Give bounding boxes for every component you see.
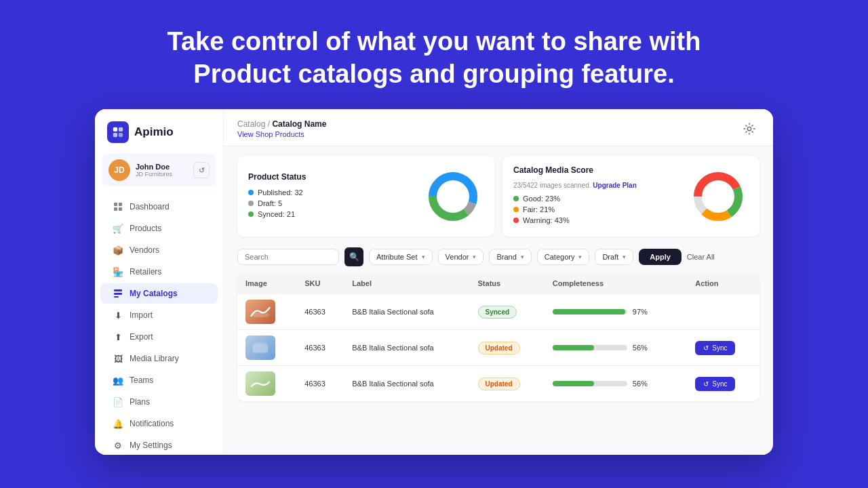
cell-image-2: [237, 330, 296, 366]
svg-point-20: [706, 184, 730, 209]
stat-synced: Synced: 21: [248, 210, 412, 218]
table-row: 46363 B&B Italia Sectional sofa Synced: [237, 294, 760, 330]
view-shop-products-link[interactable]: View Shop Products: [237, 130, 326, 138]
sidebar-item-my-catalogs[interactable]: My Catalogs: [100, 283, 218, 304]
app-window: Apimio JD John Doe JD Furnitures ↺: [95, 109, 773, 455]
attribute-set-dropdown[interactable]: Attribute Set ▾: [369, 249, 433, 265]
cell-sku-3: 46363: [296, 366, 344, 402]
table-header-row: Image SKU Label Status Completeness Acti…: [237, 273, 760, 294]
svg-rect-1: [119, 127, 123, 131]
search-input[interactable]: [245, 253, 332, 261]
chevron-down-icon: ▾: [422, 253, 425, 260]
svg-rect-10: [114, 296, 119, 298]
import-icon: ⬇: [113, 310, 123, 321]
sidebar-item-media-library[interactable]: 🖼 Media Library: [100, 348, 218, 369]
progress-bg-3: [553, 381, 627, 386]
good-dot: [513, 196, 519, 201]
media-score-subtitle: 23/5422 images scanned. Upgrade Plan: [513, 182, 677, 189]
search-box[interactable]: [237, 249, 339, 265]
media-score-title: Catalog Media Score: [513, 165, 677, 175]
retailers-icon: 🏪: [113, 266, 123, 277]
apply-button[interactable]: Apply: [639, 249, 682, 265]
col-sku: SKU: [296, 273, 344, 294]
sidebar-item-products[interactable]: 🛒 Products: [100, 218, 218, 239]
nav-label-media: Media Library: [130, 354, 179, 363]
hero-section: Take control of what you want to share w…: [154, 0, 715, 109]
user-card: JD John Doe JD Furnitures ↺: [102, 154, 216, 186]
chevron-down-icon-2: ▾: [473, 253, 476, 260]
sidebar-item-plans[interactable]: 📄 Plans: [100, 392, 218, 412]
cell-image-3: [237, 366, 296, 402]
table-row: 46363 B&B Italia Sectional sofa Updated: [237, 330, 760, 366]
main-content: Catalog / Catalog Name View Shop Product…: [224, 109, 773, 455]
hero-line1: Take control of what you want to share w…: [167, 27, 701, 56]
sync-button-row2[interactable]: ↺ Sync: [695, 341, 735, 355]
cell-action-1: [687, 294, 760, 330]
product-status-title: Product Status: [248, 172, 412, 182]
brand-dropdown[interactable]: Brand ▾: [489, 249, 531, 265]
avatar: JD: [108, 159, 130, 181]
svg-rect-9: [114, 293, 122, 295]
sidebar-item-settings[interactable]: ⚙ My Settings: [100, 435, 218, 455]
status-badge-updated-3: Updated: [478, 378, 520, 390]
sidebar-item-vendors[interactable]: 📦 Vendors: [100, 240, 218, 260]
category-dropdown[interactable]: Category ▾: [537, 249, 590, 265]
cell-label-1: B&B Italia Sectional sofa: [344, 294, 469, 330]
cell-completeness-1: 97%: [545, 294, 687, 330]
products-icon: 🛒: [113, 223, 123, 234]
gear-button[interactable]: [739, 119, 760, 139]
nav-label-import: Import: [130, 310, 153, 320]
col-label: Label: [344, 273, 469, 294]
media-score-card: Catalog Media Score 23/5422 images scann…: [502, 156, 760, 237]
sidebar-item-retailers[interactable]: 🏪 Retailers: [100, 262, 218, 282]
cell-action-3[interactable]: ↺ Sync: [687, 366, 760, 402]
sidebar-item-export[interactable]: ⬆ Export: [100, 327, 218, 347]
vendors-icon: 📦: [113, 245, 123, 256]
breadcrumb-current: Catalog Name: [272, 119, 326, 129]
breadcrumb-parent: Catalog: [237, 119, 265, 129]
sidebar-item-import[interactable]: ⬇ Import: [100, 305, 218, 325]
breadcrumb-area: Catalog / Catalog Name View Shop Product…: [237, 119, 326, 138]
user-company: JD Furnitures: [136, 171, 188, 178]
sidebar-item-notifications[interactable]: 🔔 Notifications: [100, 413, 218, 434]
sidebar-item-dashboard[interactable]: Dashboard: [100, 197, 218, 217]
sync-icon[interactable]: ↺: [193, 162, 210, 178]
col-action: Action: [687, 273, 760, 294]
vendor-dropdown[interactable]: Vendor ▾: [438, 249, 484, 265]
sidebar-item-teams[interactable]: 👥 Teams: [100, 370, 218, 390]
col-completeness: Completeness: [545, 273, 687, 294]
product-image-3: [245, 371, 275, 396]
upgrade-plan-link[interactable]: Upgrade Plan: [593, 182, 636, 189]
chevron-down-icon-4: ▾: [578, 253, 582, 260]
svg-rect-7: [119, 207, 122, 211]
sync-button-row3[interactable]: ↺ Sync: [695, 377, 735, 391]
nav-label-retailers: Retailers: [130, 267, 161, 277]
notifications-icon: 🔔: [113, 418, 123, 429]
cell-sku-2: 46363: [296, 330, 344, 366]
nav-label-products: Products: [130, 224, 161, 233]
export-icon: ⬆: [113, 331, 123, 342]
stat-published: Published: 32: [248, 188, 412, 197]
user-info: John Doe JD Furnitures: [136, 163, 188, 178]
products-table: Image SKU Label Status Completeness Acti…: [237, 273, 760, 401]
svg-rect-2: [113, 133, 117, 137]
product-status-content: Product Status Published: 32 Draft: 5 Sy…: [248, 172, 412, 221]
svg-rect-4: [114, 203, 117, 206]
clear-all-button[interactable]: Clear All: [687, 253, 715, 261]
nav-label-plans: Plans: [130, 397, 150, 407]
draft-dropdown[interactable]: Draft ▾: [595, 249, 633, 265]
cell-action-2[interactable]: ↺ Sync: [687, 330, 760, 366]
media-score-chart: [688, 166, 749, 227]
search-button[interactable]: 🔍: [344, 247, 363, 266]
teams-icon: 👥: [113, 375, 123, 386]
logo-icon: [107, 121, 129, 143]
svg-rect-6: [114, 207, 117, 211]
completeness-cell-2: 56%: [553, 344, 679, 352]
progress-bg-2: [553, 345, 627, 350]
media-score-content: Catalog Media Score 23/5422 images scann…: [513, 165, 677, 227]
synced-dot: [248, 211, 254, 217]
cell-image: [237, 294, 296, 330]
svg-rect-22: [253, 345, 269, 353]
completeness-cell-3: 56%: [553, 380, 679, 388]
vendor-label: Vendor: [446, 253, 469, 261]
